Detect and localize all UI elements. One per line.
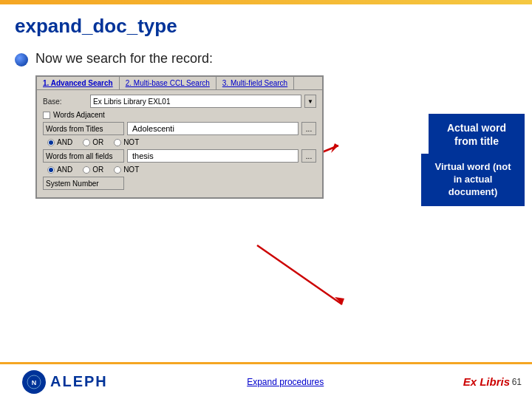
search-row-3: System Number <box>43 177 316 190</box>
field-select-1[interactable]: Words from Titles <box>43 122 124 135</box>
svg-marker-1 <box>331 143 338 153</box>
search-row-1: Words from Titles Adolescenti ... <box>43 122 316 135</box>
expand-procedures-link[interactable]: Expand procedures <box>247 377 324 387</box>
search-form: 1. Advanced Search 2. Multi-base CCL Sea… <box>35 75 324 199</box>
slide-title: expand_doc_type <box>15 15 517 38</box>
field-select-3[interactable]: System Number <box>43 177 124 190</box>
base-select[interactable]: Ex Libris Library EXL01 <box>90 95 301 108</box>
search-row-2: Words from all fields thesis ... <box>43 149 316 163</box>
bullet-icon <box>15 53 28 66</box>
exlibris-logo: Ex Libris <box>463 375 510 388</box>
radio-circle-not-2 <box>114 166 121 174</box>
form-tabs: 1. Advanced Search 2. Multi-base CCL Sea… <box>37 77 322 90</box>
form-body: Base: Ex Libris Library EXL01 ▼ Words Ad… <box>37 90 322 197</box>
bullet-text: Now we search for the record: <box>35 51 213 66</box>
callout-actual: Actual word from title <box>429 114 525 155</box>
radio-row-2: AND OR NOT <box>43 166 316 174</box>
exlibris-text: Ex Libris <box>463 375 510 388</box>
page-number: 61 <box>512 377 522 387</box>
words-adjacent-row: Words Adjacent <box>43 111 316 119</box>
svg-marker-3 <box>335 297 344 304</box>
radio-circle-and-2 <box>47 166 55 174</box>
search-input-2[interactable]: thesis <box>127 149 299 163</box>
words-adjacent-label: Words Adjacent <box>53 111 105 119</box>
callout-virtual: Virtual word (not in actual document) <box>421 154 525 206</box>
search-form-container: 1. Advanced Search 2. Multi-base CCL Sea… <box>35 75 517 199</box>
tab-multifield-search[interactable]: 3. Multi-field Search <box>216 77 294 89</box>
radio-circle-or-1 <box>83 139 90 146</box>
radio-row-1: AND OR NOT <box>43 138 316 146</box>
radio-circle-not-1 <box>114 139 121 146</box>
radio-circle-and-1 <box>47 139 55 146</box>
words-adjacent-checkbox[interactable] <box>43 112 50 119</box>
base-row: Base: Ex Libris Library EXL01 ▼ <box>43 95 316 108</box>
search-dots-2[interactable]: ... <box>301 149 316 163</box>
svg-text:N: N <box>32 379 37 386</box>
tab-advanced-search[interactable]: 1. Advanced Search <box>37 77 120 89</box>
radio-not-2[interactable]: NOT <box>114 166 139 174</box>
radio-or-2[interactable]: OR <box>83 166 103 174</box>
search-input-1[interactable]: Adolescenti <box>127 122 299 135</box>
aleph-logo-icon: N <box>22 370 46 394</box>
base-label: Base: <box>43 98 87 106</box>
radio-circle-or-2 <box>83 166 90 174</box>
aleph-logo: N ALEPH <box>22 370 108 394</box>
aleph-text: ALEPH <box>50 373 108 390</box>
tab-ccl-search[interactable]: 2. Multi-base CCL Search <box>120 77 216 89</box>
bullet-row: Now we search for the record: <box>15 51 517 66</box>
top-bar <box>0 0 532 4</box>
field-select-2[interactable]: Words from all fields <box>43 149 124 163</box>
bottom-bar: N ALEPH Expand procedures Ex Libris <box>0 362 532 399</box>
svg-line-2 <box>257 245 342 304</box>
slide: expand_doc_type Now we search for the re… <box>0 0 532 399</box>
content: expand_doc_type Now we search for the re… <box>15 7 517 362</box>
radio-or-1[interactable]: OR <box>83 138 103 146</box>
radio-and-2[interactable]: AND <box>47 166 72 174</box>
base-dropdown-arrow[interactable]: ▼ <box>304 95 316 108</box>
radio-and-1[interactable]: AND <box>47 138 72 146</box>
search-dots-1[interactable]: ... <box>301 122 316 135</box>
radio-not-1[interactable]: NOT <box>114 138 139 146</box>
